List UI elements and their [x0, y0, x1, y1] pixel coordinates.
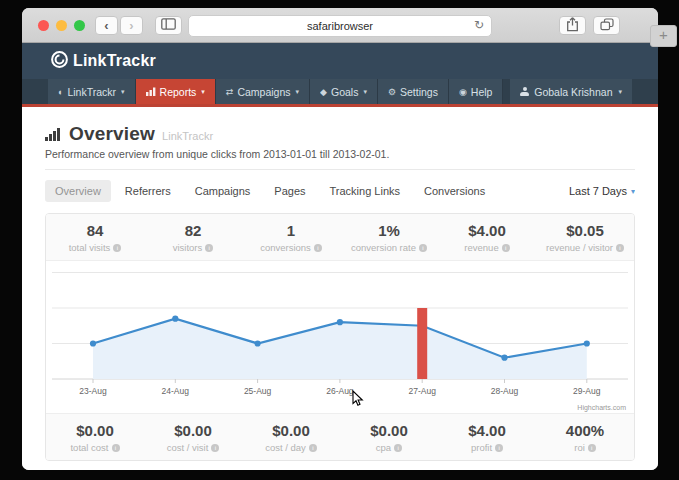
share-icon — [566, 16, 579, 34]
stats-row-bottom: $0.00 total costi $0.00 cost / visiti $0… — [46, 413, 634, 460]
nav-item-label: Reports — [160, 86, 197, 98]
tab-pages[interactable]: Pages — [264, 180, 315, 202]
info-icon[interactable]: i — [495, 444, 503, 452]
user-icon — [520, 87, 529, 96]
info-icon[interactable]: i — [419, 244, 427, 252]
tab-overview[interactable]: Overview — [45, 180, 111, 202]
info-icon[interactable]: i — [309, 444, 317, 452]
tab-tracking-links[interactable]: Tracking Links — [320, 180, 411, 202]
nav-item-goals[interactable]: ◆ Goals ▾ — [310, 79, 378, 104]
page-title: Overview — [69, 123, 155, 145]
logo-text: LinkTrackr — [73, 52, 156, 70]
stat-total-cost: $0.00 total costi — [46, 422, 144, 453]
info-icon[interactable]: i — [314, 244, 322, 252]
stat-value: $4.00 — [438, 222, 536, 239]
nav-item-reports[interactable]: Reports ▾ — [136, 79, 216, 104]
user-menu[interactable]: Gobala Krishnan ▾ — [510, 79, 632, 104]
visits-chart[interactable]: 23-Aug24-Aug25-Aug26-Aug27-Aug28-Aug29-A… — [46, 261, 634, 413]
caret-down-icon: ▾ — [363, 88, 367, 96]
info-icon[interactable]: i — [112, 444, 120, 452]
stat-value: $0.00 — [340, 422, 438, 439]
lifebuoy-icon: ◉ — [459, 87, 467, 97]
stat-visitors: 82 visitorsi — [144, 222, 242, 253]
stat-conversions: 1 conversionsi — [242, 222, 340, 253]
stats-row-top: 84 total visitsi 82 visitorsi 1 conversi… — [46, 214, 634, 261]
caret-down-icon: ▾ — [618, 88, 622, 96]
app-header: LinkTrackr — [22, 43, 658, 79]
stat-value: 1% — [340, 222, 438, 239]
nav-item-label: Goals — [331, 86, 358, 98]
tab-campaigns[interactable]: Campaigns — [185, 180, 261, 202]
traffic-lights — [38, 20, 85, 31]
stat-label: conversion rate — [351, 242, 416, 253]
page-title-suffix: LinkTrackr — [162, 130, 213, 142]
app-nav: ◐ LinkTrackr ▾ Reports ▾ ⇄ Campaigns ▾ ◆… — [22, 79, 658, 107]
info-icon[interactable]: i — [616, 244, 624, 252]
info-icon[interactable]: i — [211, 444, 219, 452]
stat-value: $0.00 — [46, 422, 144, 439]
svg-text:28-Aug: 28-Aug — [491, 386, 519, 396]
address-url: safaribrowser — [307, 20, 373, 32]
info-icon[interactable]: i — [502, 244, 510, 252]
share-button[interactable] — [559, 16, 586, 35]
stat-total-visits: 84 total visitsi — [46, 222, 144, 253]
bar-chart-icon — [146, 87, 156, 96]
info-icon[interactable]: i — [394, 444, 402, 452]
tab-conversions[interactable]: Conversions — [414, 180, 495, 202]
page-content: Overview LinkTrackr Performance overview… — [22, 107, 658, 470]
date-range-dropdown[interactable]: Last 7 Days ▾ — [569, 185, 635, 197]
bar-chart-icon — [45, 127, 62, 145]
linktrackr-logo[interactable]: LinkTrackr — [50, 50, 156, 73]
stat-label: cost / day — [265, 442, 306, 453]
nav-item-label: LinkTrackr — [67, 86, 116, 98]
forward-icon: › — [129, 19, 133, 32]
tab-referrers[interactable]: Referrers — [115, 180, 181, 202]
stat-label: visitors — [173, 242, 203, 253]
tabs-icon — [600, 18, 614, 33]
stat-value: $4.00 — [438, 422, 536, 439]
highcharts-credit[interactable]: Highcharts.com — [577, 404, 626, 411]
stat-cpa: $0.00 cpai — [340, 422, 438, 453]
info-icon[interactable]: i — [588, 444, 596, 452]
globe-icon: ◐ — [58, 87, 63, 97]
nav-item-settings[interactable]: ⚙ Settings — [378, 79, 449, 104]
stat-label: total cost — [70, 442, 108, 453]
linktrackr-logo-icon — [50, 50, 69, 73]
divider — [45, 169, 635, 170]
nav-item-label: Help — [471, 86, 493, 98]
stat-cost-per-visit: $0.00 cost / visiti — [144, 422, 242, 453]
svg-text:24-Aug: 24-Aug — [162, 386, 190, 396]
stat-value: 1 — [242, 222, 340, 239]
stat-profit: $4.00 profiti — [438, 422, 536, 453]
toolbar-right-buttons — [559, 16, 620, 35]
address-bar[interactable]: safaribrowser ↻ — [188, 15, 492, 37]
tab-overview-button[interactable] — [593, 16, 620, 35]
stat-value: $0.05 — [536, 222, 634, 239]
nav-item-campaigns[interactable]: ⇄ Campaigns ▾ — [216, 79, 310, 104]
nav-item-linktrackr[interactable]: ◐ LinkTrackr ▾ — [48, 79, 136, 104]
wrench-icon: ⚙ — [388, 87, 396, 97]
nav-item-label: Campaigns — [237, 86, 290, 98]
reload-icon[interactable]: ↻ — [474, 18, 484, 32]
caret-down-icon: ▾ — [201, 88, 205, 96]
minimize-window-button[interactable] — [56, 20, 67, 31]
nav-item-help[interactable]: ◉ Help — [449, 79, 503, 104]
info-icon[interactable]: i — [205, 244, 213, 252]
new-tab-button[interactable]: + — [650, 25, 677, 47]
stat-value: $0.00 — [242, 422, 340, 439]
caret-down-icon: ▾ — [121, 88, 125, 96]
forward-button[interactable]: › — [120, 16, 143, 35]
browser-toolbar: ‹ › safaribrowser ↻ — [22, 8, 658, 43]
zoom-window-button[interactable] — [74, 20, 85, 31]
close-window-button[interactable] — [38, 20, 49, 31]
browser-window: ‹ › safaribrowser ↻ LinkTrackr ◐ LinkTra… — [22, 8, 658, 470]
stat-value: 84 — [46, 222, 144, 239]
svg-text:23-Aug: 23-Aug — [79, 386, 107, 396]
sidebar-toggle-button[interactable] — [155, 16, 182, 35]
date-range-label: Last 7 Days — [569, 185, 627, 197]
stat-cost-per-day: $0.00 cost / dayi — [242, 422, 340, 453]
info-icon[interactable]: i — [113, 244, 121, 252]
back-icon: ‹ — [104, 19, 108, 32]
back-button[interactable]: ‹ — [95, 16, 118, 35]
gem-icon: ◆ — [320, 87, 327, 97]
